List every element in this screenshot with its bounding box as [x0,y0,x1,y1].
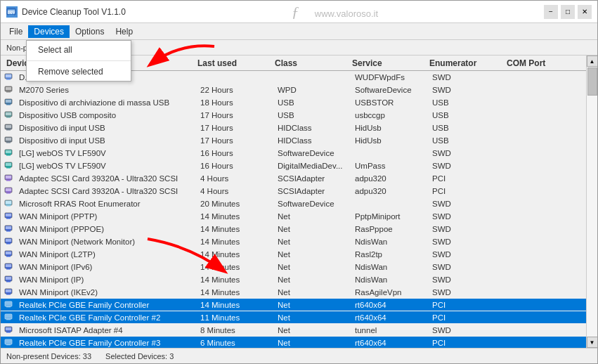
table-row[interactable]: WAN Miniport (IPv6) 14 Minutes Net NdisW… [1,261,586,273]
maximize-button[interactable]: □ [561,5,575,19]
device-icon [4,325,15,336]
logo-text: ƒ www.valoroso.it [126,3,544,21]
device-lastused: 14 Minutes [200,301,278,309]
table-row[interactable]: M2070 Series 22 Hours WPD SoftwareDevice… [1,84,586,96]
table-row[interactable]: Microsoft ISATAP Adapter #4 8 Minutes Ne… [1,324,586,337]
device-name: Realtek PCIe GBE Family Controller #2 [18,313,200,322]
table-row[interactable]: Adaptec SCSI Card 39320A - Ultra320 SCSI… [1,172,586,185]
svg-rect-39 [6,214,11,216]
device-enumerator: PCI [432,301,509,309]
scrollbar-track[interactable] [587,67,598,337]
select-all-item[interactable]: Select all [27,41,131,59]
device-icon [4,223,15,235]
svg-rect-12 [6,100,11,103]
device-name: WAN Miniport (PPPOE) [18,225,200,233]
device-enumerator: SWD [432,73,509,82]
menu-file[interactable]: File [4,25,28,38]
svg-rect-35 [6,205,11,207]
svg-rect-48 [6,252,11,254]
table-row[interactable]: Realtek PCIe GBE Family Controller 14 Mi… [1,299,586,311]
svg-rect-47 [6,256,11,257]
device-icon [4,236,15,247]
table-row[interactable]: Dispositivo di archiviazione di massa US… [1,96,586,109]
table-row[interactable]: Realtek PCIe GBE Family Controller #3 6 … [1,337,586,348]
device-class: Net [278,250,355,259]
device-lastused: 14 Minutes [200,288,278,297]
devices-dropdown: Select all Remove selected [26,40,131,82]
table-row[interactable]: Dispositivo di input USB 17 Hours HIDCla… [1,122,586,134]
svg-rect-66 [6,327,11,330]
device-service: adpu320 [355,187,432,195]
svg-rect-1 [8,15,14,16]
title-bar-left: DEV Device Cleanup Tool V1.1.0 [6,6,126,18]
table-row[interactable]: [LG] webOS TV LF590V 16 Hours DigitalMed… [1,160,586,172]
device-class: Net [278,275,355,284]
table-row[interactable]: WAN Miniport (PPTP) 14 Minutes Net PptpM… [1,210,586,223]
device-class: HIDClass [278,124,355,132]
svg-rect-18 [6,125,11,128]
svg-rect-6 [6,74,11,77]
svg-rect-27 [6,163,11,166]
menu-help[interactable]: Help [110,25,138,38]
col-header-lastused[interactable]: Last used [197,58,275,68]
device-icon [4,198,15,209]
col-header-comport[interactable]: COM Port [507,58,563,68]
svg-rect-29 [6,180,11,181]
svg-rect-63 [6,315,11,318]
table-row[interactable]: Dispositivo di input USB 17 Hours HIDCla… [1,134,586,147]
scroll-down-button[interactable]: ▼ [587,337,598,348]
device-icon [4,312,15,323]
device-service: RasPppoe [355,225,432,233]
device-name: Adaptec SCSI Card 39320A - Ultra320 SCSI [18,174,200,183]
device-table: Device Last used Class Service Enumerato… [1,56,586,348]
menu-options[interactable]: Options [70,25,110,38]
non-present-count: Non-present Devices: 33 [6,352,91,360]
device-service: NdisWan [355,263,432,271]
device-name: WAN Miniport (L2TP) [18,250,200,259]
device-class: SCSIAdapter [278,187,355,195]
svg-rect-68 [6,344,11,346]
table-row[interactable]: Dispositivo USB composito 17 Hours USB u… [1,109,586,122]
col-header-service[interactable]: Service [352,58,429,68]
device-enumerator: USB [432,111,509,119]
device-name: [LG] webOS TV LF590V [18,149,200,157]
table-row[interactable]: WAN Miniport (IP) 14 Minutes Net NdisWan… [1,273,586,286]
minimize-button[interactable]: − [544,5,558,19]
table-row[interactable]: WAN Miniport (Network Monitor) 14 Minute… [1,235,586,248]
device-lastused: 11 Minutes [200,313,278,322]
device-icon [4,110,15,121]
svg-rect-33 [6,188,11,191]
table-row[interactable]: [LG] webOS TV LF590V 16 Hours SoftwareDe… [1,147,586,160]
device-class: Net [278,313,355,322]
remove-selected-item[interactable]: Remove selected [27,63,131,81]
device-icon [4,261,15,273]
menu-devices[interactable]: Devices [28,25,70,38]
device-name: Microsoft ISATAP Adapter #4 [18,326,200,334]
device-service: adpu320 [355,174,432,183]
svg-rect-8 [6,91,11,93]
svg-rect-26 [6,167,11,169]
close-button[interactable]: ✕ [578,5,592,19]
device-icon [4,287,15,298]
table-row[interactable]: Realtek PCIe GBE Family Controller #2 11… [1,311,586,324]
status-bar: Non-present Devices: 33 Selected Devices… [1,348,597,363]
scroll-up-button[interactable]: ▲ [587,56,598,67]
table-row[interactable]: WAN Miniport (L2TP) 14 Minutes Net Rasl2… [1,248,586,261]
device-icon [4,274,15,285]
device-class: Net [278,339,355,347]
device-service: HidUsb [355,136,432,145]
device-icon [4,84,15,96]
table-row[interactable]: WAN Miniport (PPPOE) 14 Minutes Net RasP… [1,223,586,235]
table-body: D... WUDFWpdFs SWD M2070 Series 22 Hours… [1,71,586,348]
table-row[interactable]: Microsoft RRAS Root Enumerator 20 Minute… [1,197,586,210]
scrollbar-thumb[interactable] [587,67,597,96]
svg-rect-30 [6,176,11,178]
device-lastused: 17 Hours [200,111,278,119]
table-row[interactable]: Adaptec SCSI Card 39320A - Ultra320 SCSI… [1,185,586,197]
col-header-class[interactable]: Class [275,58,352,68]
table-row[interactable]: WAN Miniport (IKEv2) 14 Minutes Net RasA… [1,286,586,299]
device-name: WAN Miniport (IKEv2) [18,288,200,297]
col-header-enumerator[interactable]: Enumerator [429,58,507,68]
device-name: Realtek PCIe GBE Family Controller [18,301,200,309]
device-icon [4,135,15,146]
